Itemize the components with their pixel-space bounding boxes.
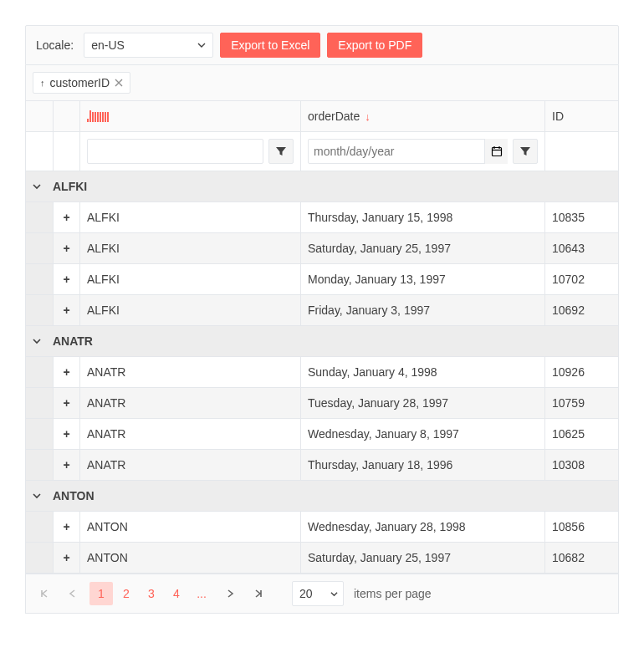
group-header-row[interactable]: ALFKI xyxy=(26,171,618,202)
page-number-button[interactable]: 1 xyxy=(89,582,113,605)
id-cell: 10643 xyxy=(544,233,620,263)
header-id-label: ID xyxy=(552,110,564,123)
collapse-icon[interactable] xyxy=(33,337,46,345)
filter-date-button[interactable] xyxy=(513,139,538,164)
group-indent-cell xyxy=(26,450,53,480)
customer-cell: ANTON xyxy=(79,543,300,573)
header-cell-customer[interactable] xyxy=(79,101,300,131)
calendar-button[interactable] xyxy=(484,139,508,164)
orderdate-cell: Sunday, January 4, 1998 xyxy=(300,357,544,387)
caret-down-icon xyxy=(330,590,338,598)
orderdate-cell: Wednesday, January 28, 1998 xyxy=(300,512,544,542)
pager-more-button[interactable]: ... xyxy=(190,582,213,605)
sort-asc-icon: ↑ xyxy=(40,78,45,88)
orderdate-cell: Thursday, January 15, 1998 xyxy=(300,202,544,232)
id-cell: 10625 xyxy=(544,419,620,449)
locale-label: Locale: xyxy=(33,38,77,52)
pager-last-button[interactable] xyxy=(247,582,270,605)
collapse-icon[interactable] xyxy=(33,492,46,500)
expand-row-button[interactable]: + xyxy=(60,458,73,472)
group-indent-cell xyxy=(26,357,53,387)
table-row: +ANTONSaturday, January 25, 199710682 xyxy=(26,543,618,574)
customer-cell: ALFKI xyxy=(79,295,300,325)
expand-cell: + xyxy=(53,202,79,232)
page-number-button[interactable]: 3 xyxy=(140,582,163,605)
table-row: +ANATRThursday, January 18, 199610308 xyxy=(26,450,618,481)
table-row: +ANATRTuesday, January 28, 199710759 xyxy=(26,388,618,419)
grid: orderDate ↓ ID xyxy=(25,101,619,574)
group-header-row[interactable]: ANTON xyxy=(26,481,618,512)
group-indent-cell xyxy=(26,295,53,325)
customer-cell: ALFKI xyxy=(79,202,300,232)
customer-cell: ANATR xyxy=(79,419,300,449)
customer-cell: ALFKI xyxy=(79,264,300,294)
table-row: +ANTONWednesday, January 28, 199810856 xyxy=(26,512,618,543)
expand-row-button[interactable]: + xyxy=(60,242,73,255)
customer-cell: ANTON xyxy=(79,512,300,542)
locale-select[interactable]: en-US xyxy=(84,33,213,58)
filter-cell-id xyxy=(544,132,620,171)
expand-row-button[interactable]: + xyxy=(60,273,73,286)
id-cell: 10682 xyxy=(544,543,620,573)
filter-date-input[interactable] xyxy=(308,139,508,164)
expand-row-button[interactable]: + xyxy=(60,211,73,224)
expand-cell: + xyxy=(53,233,79,263)
filter-cell-customer xyxy=(79,132,300,171)
expand-cell: + xyxy=(53,295,79,325)
group-indent-cell xyxy=(26,233,53,263)
expand-row-button[interactable]: + xyxy=(60,365,73,379)
expand-cell: + xyxy=(53,357,79,387)
toolbar: Locale: en-US Export to Excel Export to … xyxy=(25,25,619,65)
customer-cell: ALFKI xyxy=(79,233,300,263)
orderdate-cell: Monday, January 13, 1997 xyxy=(300,264,544,294)
filter-icon xyxy=(275,145,287,157)
group-header-row[interactable]: ANATR xyxy=(26,326,618,357)
pager-next-button[interactable] xyxy=(218,582,242,605)
group-chip-customerid[interactable]: ↑ customerID xyxy=(33,72,130,94)
pager-first-button[interactable] xyxy=(33,582,56,605)
filter-customer-input[interactable] xyxy=(87,139,263,164)
pager-info-label: items per page xyxy=(354,587,432,600)
customer-cell: ANATR xyxy=(79,388,300,418)
pager-prev-button[interactable] xyxy=(61,582,84,605)
header-cell-id[interactable]: ID xyxy=(544,101,620,131)
group-header-label: ANATR xyxy=(53,334,93,348)
caret-down-icon xyxy=(197,41,206,49)
expand-cell: + xyxy=(53,264,79,294)
header-orderdate-label: orderDate xyxy=(308,110,360,123)
expand-row-button[interactable]: + xyxy=(60,551,73,564)
group-header-label: ALFKI xyxy=(53,180,87,193)
grid-header: orderDate ↓ ID xyxy=(26,101,618,132)
remove-group-icon[interactable] xyxy=(115,79,123,87)
page-number-button[interactable]: 4 xyxy=(165,582,188,605)
orderdate-cell: Friday, January 3, 1997 xyxy=(300,295,544,325)
filter-customer-button[interactable] xyxy=(268,139,294,164)
header-cell-orderdate[interactable]: orderDate ↓ xyxy=(300,101,544,131)
orderdate-cell: Tuesday, January 28, 1997 xyxy=(300,388,544,418)
customer-cell: ANATR xyxy=(79,357,300,387)
filter-cell-orderdate xyxy=(300,132,544,171)
collapse-icon[interactable] xyxy=(33,182,46,191)
page-size-value: 20 xyxy=(299,587,313,600)
export-excel-button[interactable]: Export to Excel xyxy=(220,33,320,58)
id-cell: 10702 xyxy=(544,264,620,294)
page-size-select[interactable]: 20 xyxy=(292,581,344,606)
group-indent-cell xyxy=(26,512,53,542)
expand-row-button[interactable]: + xyxy=(60,520,73,533)
expand-row-button[interactable]: + xyxy=(60,427,73,441)
table-row: +ALFKIMonday, January 13, 199710702 xyxy=(26,264,618,295)
orderdate-cell: Saturday, January 25, 1997 xyxy=(300,543,544,573)
page-number-button[interactable]: 2 xyxy=(115,582,138,605)
group-indent-cell xyxy=(26,419,53,449)
expand-row-button[interactable]: + xyxy=(60,303,73,317)
table-row: +ALFKIFriday, January 3, 199710692 xyxy=(26,295,618,326)
expand-cell: + xyxy=(53,543,79,573)
svg-rect-0 xyxy=(492,148,501,156)
id-cell: 10835 xyxy=(544,202,620,232)
group-header-label: ANTON xyxy=(53,489,95,502)
expand-row-button[interactable]: + xyxy=(60,396,73,410)
export-pdf-button[interactable]: Export to PDF xyxy=(327,33,422,58)
orderdate-cell: Wednesday, January 8, 1997 xyxy=(300,419,544,449)
expand-cell: + xyxy=(53,388,79,418)
id-cell: 10692 xyxy=(544,295,620,325)
